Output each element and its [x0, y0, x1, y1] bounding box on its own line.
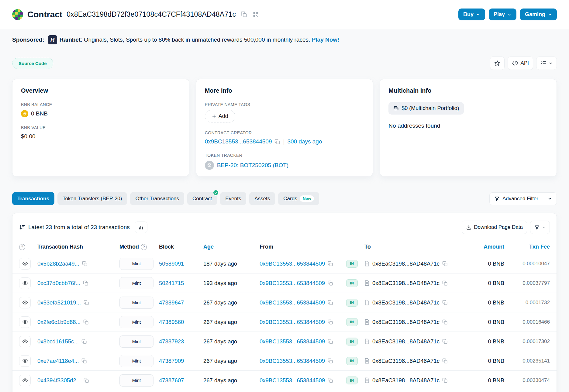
source-code-badge[interactable]: Source Code	[12, 58, 53, 69]
from-address-link[interactable]: 0x9BC13553...653844509	[260, 299, 325, 306]
txn-hash-link[interactable]: 0x5b28b2aa49...	[37, 260, 79, 267]
copy-from-address-icon[interactable]	[328, 300, 333, 305]
preview-txn-button[interactable]	[19, 297, 31, 308]
copy-txn-hash-icon[interactable]	[81, 339, 87, 344]
col-method: Method ?	[119, 244, 159, 250]
add-name-tag-button[interactable]: Add	[205, 110, 235, 122]
token-tracker-link[interactable]: BEP-20: BOT250205 (BOT)	[217, 162, 289, 169]
preview-txn-button[interactable]	[19, 375, 31, 386]
tab-token-transfers[interactable]: Token Transfers (BEP-20)	[57, 192, 127, 205]
copy-to-address-icon[interactable]	[442, 300, 448, 305]
preview-txn-button[interactable]	[19, 277, 31, 289]
copy-from-address-icon[interactable]	[328, 280, 333, 286]
copy-to-address-icon[interactable]	[442, 261, 448, 266]
play-button[interactable]: Play	[489, 9, 516, 20]
copy-txn-hash-icon[interactable]	[84, 378, 89, 383]
creation-txn-link[interactable]: 300 days ago	[287, 138, 322, 145]
copy-creator-icon[interactable]	[274, 139, 280, 145]
sponsor-brand: Rainbet	[60, 36, 81, 43]
txn-hash-link[interactable]: 0x2fe6c1b9d88...	[37, 319, 81, 325]
table-row: 0x2fe6c1b9d88... Mint 47389560 267 days …	[12, 312, 557, 332]
method-badge[interactable]: Mint	[119, 277, 153, 289]
txn-hash-link[interactable]: 0x53efa521019...	[37, 299, 81, 306]
tabs-row: Transactions Token Transfers (BEP-20) Ot…	[0, 192, 569, 205]
from-address-link[interactable]: 0x9BC13553...653844509	[260, 377, 325, 384]
tab-events[interactable]: Events	[220, 192, 246, 205]
sponsor-cta-link[interactable]: Play Now!	[312, 36, 340, 43]
chevron-down-icon	[548, 197, 552, 201]
advanced-filter-button[interactable]: Advanced Filter	[490, 193, 543, 205]
tab-label: Token Transfers (BEP-20)	[63, 196, 122, 202]
from-address-link[interactable]: 0x9BC13553...653844509	[260, 319, 325, 325]
txn-hash-link[interactable]: 0xe7ae4118e4...	[37, 358, 79, 364]
copy-address-icon[interactable]	[240, 11, 248, 18]
copy-to-address-icon[interactable]	[442, 358, 448, 364]
copy-txn-hash-icon[interactable]	[82, 261, 88, 266]
col-block: Block	[159, 244, 203, 250]
api-button[interactable]: API	[508, 57, 533, 70]
col-txn-fee-toggle[interactable]: Txn Fee	[504, 244, 550, 250]
txn-hash-link[interactable]: 0x4394f3305d2...	[37, 377, 81, 384]
table-filter-button[interactable]	[530, 221, 550, 234]
copy-from-address-icon[interactable]	[328, 358, 333, 364]
copy-from-address-icon[interactable]	[328, 319, 333, 325]
block-link[interactable]: 50589091	[159, 260, 184, 267]
col-amount-toggle[interactable]: Amount	[453, 244, 504, 250]
block-link[interactable]: 47387607	[159, 377, 184, 383]
multichain-portfolio-button[interactable]: $0 (Multichain Portfolio)	[388, 102, 464, 115]
page-header: Contract 0x8EaC3198dD72f3e07108c4C7CFf43…	[0, 0, 569, 29]
block-link[interactable]: 47387923	[159, 338, 184, 345]
txn-hash-link[interactable]: 0x8bcd16155c...	[37, 338, 79, 345]
copy-to-address-icon[interactable]	[442, 339, 448, 344]
chart-view-button[interactable]	[135, 222, 147, 233]
creator-address-link[interactable]: 0x9BC13553...653844509	[205, 138, 272, 145]
method-badge[interactable]: Mint	[119, 355, 153, 367]
from-address-link[interactable]: 0x9BC13553...653844509	[260, 358, 325, 364]
copy-to-address-icon[interactable]	[442, 280, 448, 286]
advanced-filter-dropdown[interactable]	[543, 193, 557, 205]
method-badge[interactable]: Mint	[119, 374, 153, 387]
tab-assets[interactable]: Assets	[249, 192, 275, 205]
block-link[interactable]: 47389560	[159, 319, 184, 325]
copy-txn-hash-icon[interactable]	[83, 280, 88, 286]
qr-code-icon[interactable]	[252, 11, 260, 18]
from-address-link[interactable]: 0x9BC13553...653844509	[260, 338, 325, 345]
copy-from-address-icon[interactable]	[328, 261, 333, 266]
help-icon[interactable]: ?	[19, 244, 25, 250]
copy-txn-hash-icon[interactable]	[81, 358, 87, 364]
play-button-label: Play	[494, 11, 505, 18]
buy-button[interactable]: Buy	[458, 9, 485, 20]
copy-to-address-icon[interactable]	[442, 378, 448, 383]
tab-contract[interactable]: Contract	[187, 192, 217, 205]
tab-transactions[interactable]: Transactions	[12, 192, 54, 205]
copy-to-address-icon[interactable]	[442, 319, 448, 325]
gaming-button[interactable]: Gaming	[520, 9, 557, 20]
preview-txn-button[interactable]	[19, 336, 31, 347]
contract-avatar	[12, 9, 23, 20]
copy-txn-hash-icon[interactable]	[84, 300, 89, 305]
method-badge[interactable]: Mint	[119, 258, 153, 270]
view-options-button[interactable]	[536, 57, 557, 70]
copy-from-address-icon[interactable]	[328, 339, 333, 344]
to-address: 0x8EaC3198...8AD48A71c	[372, 299, 440, 306]
method-badge[interactable]: Mint	[119, 297, 153, 309]
txn-hash-link[interactable]: 0xc37d0cbb76f...	[37, 280, 80, 287]
preview-txn-button[interactable]	[19, 316, 31, 328]
preview-txn-button[interactable]	[19, 355, 31, 367]
favorite-button[interactable]	[490, 57, 505, 70]
tab-other-transactions[interactable]: Other Transactions	[130, 192, 184, 205]
col-age-toggle[interactable]: Age	[203, 244, 260, 250]
method-badge[interactable]: Mint	[119, 316, 153, 328]
download-page-data-button[interactable]: Download Page Data	[462, 221, 527, 234]
help-icon[interactable]: ?	[141, 244, 147, 250]
block-link[interactable]: 47387909	[159, 358, 184, 364]
from-address-link[interactable]: 0x9BC13553...653844509	[260, 280, 325, 287]
preview-txn-button[interactable]	[19, 258, 31, 270]
copy-from-address-icon[interactable]	[328, 378, 333, 383]
from-address-link[interactable]: 0x9BC13553...653844509	[260, 260, 325, 267]
block-link[interactable]: 50241715	[159, 280, 184, 286]
tab-cards[interactable]: Cards New	[278, 192, 319, 205]
copy-txn-hash-icon[interactable]	[83, 319, 89, 325]
block-link[interactable]: 47389647	[159, 299, 184, 306]
method-badge[interactable]: Mint	[119, 335, 153, 348]
